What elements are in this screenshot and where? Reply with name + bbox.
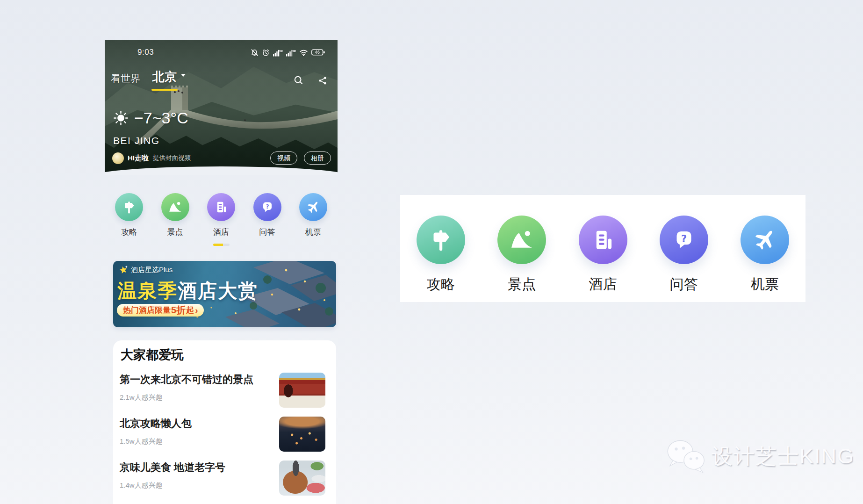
quick-nav-label: 景点 xyxy=(167,227,183,238)
city-name-en: BEI JING xyxy=(113,135,160,146)
section-title: 大家都爱玩 xyxy=(121,346,184,363)
chevron-right-icon: › xyxy=(195,305,198,316)
list-item-meta: 1.4w人感兴趣 xyxy=(120,481,163,490)
banner-cta-pill[interactable]: 热门酒店限量5折起› xyxy=(117,304,204,317)
list-item-meta: 2.1w人感兴趣 xyxy=(120,393,163,402)
svg-text:HD: HD xyxy=(292,49,296,52)
indicator-active xyxy=(213,244,223,246)
city-selector[interactable]: 北京 xyxy=(152,69,186,86)
hotel-icon xyxy=(207,193,235,221)
quick-nav-flight[interactable]: 机票 xyxy=(299,193,328,238)
cta-discount: 5折 xyxy=(171,304,186,317)
thumbnail-hotpot[interactable] xyxy=(279,461,325,496)
quick-nav-label: 机票 xyxy=(305,227,321,238)
showcase-label: 机票 xyxy=(751,275,779,294)
showcase-label: 酒店 xyxy=(589,275,617,294)
icon-showcase-panel: 攻略 景点 酒店 问答 机票 xyxy=(400,195,805,302)
weather-widget: −7~3°C xyxy=(113,109,188,127)
banner-title: 温泉季酒店大赏 xyxy=(117,278,258,304)
status-bar: 9:03 HD HD xyxy=(105,48,338,57)
video-button[interactable]: 视频 xyxy=(270,151,297,165)
quick-nav-label: 酒店 xyxy=(213,227,229,238)
avatar[interactable] xyxy=(112,152,124,164)
active-tab-underline xyxy=(151,89,178,91)
question-icon xyxy=(253,193,281,221)
showcase-label: 景点 xyxy=(508,275,536,294)
signal-hd-icon: HD xyxy=(286,49,296,57)
quick-nav-label: 问答 xyxy=(259,227,275,238)
credit-author[interactable]: HI走啦 xyxy=(128,154,149,163)
promo-banner[interactable]: 酒店星选Plus 温泉季酒店大赏 热门酒店限量5折起› xyxy=(113,261,336,327)
indicator-inactive xyxy=(223,244,230,246)
list-item-title[interactable]: 第一次来北京不可错过的景点 xyxy=(120,373,253,387)
signpost-icon xyxy=(417,216,465,264)
watermark: 设计芝士KING xyxy=(666,438,855,475)
share-icon[interactable] xyxy=(317,76,328,86)
hero-header: 看世界 北京 xyxy=(111,69,328,86)
quick-nav-guide[interactable]: 攻略 xyxy=(115,193,144,238)
list-item-meta: 1.5w人感兴趣 xyxy=(120,437,163,446)
battery-icon: 46 xyxy=(311,49,325,56)
showcase-hotel: 酒店 xyxy=(579,216,627,302)
hotel-icon xyxy=(579,216,627,264)
showcase-flight: 机票 xyxy=(741,216,789,302)
plane-icon xyxy=(299,193,327,221)
thumbnail-forbidden-city[interactable] xyxy=(279,373,325,408)
alarm-icon xyxy=(262,49,270,57)
quick-nav-row: 攻略 景点 酒店 问答 机票 xyxy=(105,193,338,238)
quick-nav-sights[interactable]: 景点 xyxy=(161,193,190,238)
city-selector-label: 北京 xyxy=(152,69,177,85)
showcase-sights: 景点 xyxy=(497,216,546,302)
star-logo-icon xyxy=(119,265,128,274)
status-time: 9:03 xyxy=(137,48,154,57)
quick-nav-qa[interactable]: 问答 xyxy=(253,193,282,238)
mountain-icon xyxy=(497,216,546,264)
mountain-icon xyxy=(161,193,189,221)
carousel-indicator xyxy=(105,244,338,246)
showcase-label: 问答 xyxy=(670,275,698,294)
list-item-title[interactable]: 京味儿美食 地道老字号 xyxy=(120,461,225,475)
tab-world[interactable]: 看世界 xyxy=(111,72,140,86)
banner-title-rest: 酒店大赏 xyxy=(178,280,258,302)
showcase-qa: 问答 xyxy=(660,216,708,302)
signal-hd-icon: HD xyxy=(273,49,283,57)
search-icon[interactable] xyxy=(293,75,304,86)
signpost-icon xyxy=(115,193,143,221)
cover-credit-row: HI走啦 提供封面视频 视频 相册 xyxy=(112,151,331,165)
question-icon xyxy=(660,216,708,264)
banner-brand-text: 酒店星选Plus xyxy=(131,266,173,274)
list-item-title[interactable]: 北京攻略懒人包 xyxy=(120,417,192,431)
album-button[interactable]: 相册 xyxy=(304,151,331,165)
mute-icon xyxy=(251,49,259,57)
sun-icon xyxy=(113,110,129,126)
banner-brand: 酒店星选Plus xyxy=(119,265,173,274)
thumbnail-city-night[interactable] xyxy=(279,417,325,452)
wifi-icon xyxy=(299,49,308,57)
wechat-logo-icon xyxy=(666,438,708,475)
temperature: −7~3°C xyxy=(134,109,188,127)
cta-prefix: 热门酒店限量 xyxy=(123,305,171,316)
banner-title-highlight: 温泉季 xyxy=(117,280,178,302)
chevron-down-icon xyxy=(181,74,186,77)
svg-text:46: 46 xyxy=(315,50,320,55)
quick-nav-hotel[interactable]: 酒店 xyxy=(207,193,236,238)
cta-suffix: 起 xyxy=(186,305,194,316)
popular-card: 大家都爱玩 第一次来北京不可错过的景点 2.1w人感兴趣 北京攻略懒人包 1.5… xyxy=(113,340,336,504)
showcase-label: 攻略 xyxy=(427,275,455,294)
quick-nav-label: 攻略 xyxy=(121,227,137,238)
credit-text: 提供封面视频 xyxy=(153,154,264,162)
plane-icon xyxy=(741,216,789,264)
svg-text:HD: HD xyxy=(279,49,283,52)
hero-cover: 9:03 HD HD xyxy=(105,40,338,175)
watermark-text: 设计芝士KING xyxy=(712,442,855,470)
design-showcase-page: { "colors": { "accent_yellow": "#F5D31A"… xyxy=(0,0,863,504)
showcase-guide: 攻略 xyxy=(417,216,465,302)
